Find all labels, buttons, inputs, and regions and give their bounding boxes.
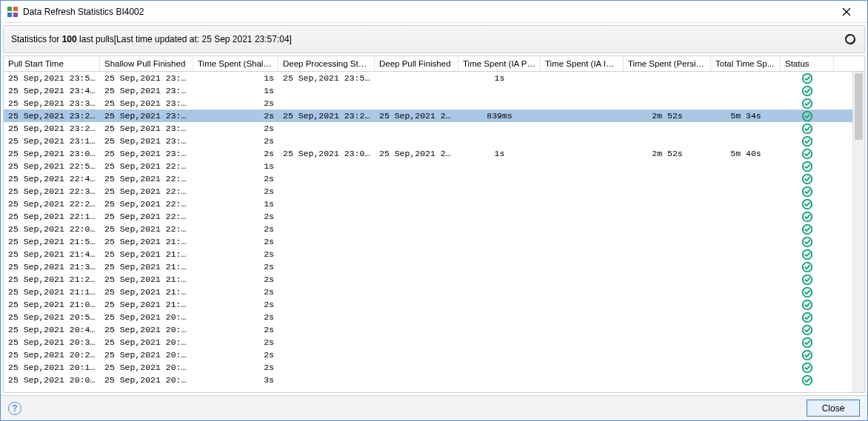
app-icon (7, 6, 19, 18)
cell (458, 198, 541, 210)
cell: 25 Sep,2021 21:22:19 (100, 273, 193, 286)
table-row[interactable]: 25 Sep,2021 23:23:0225 Sep,2021 23:23:04… (4, 122, 852, 135)
table-row[interactable]: 25 Sep,2021 23:02:5425 Sep,2021 23:02:56… (4, 147, 852, 160)
header-deep-pull-finished[interactable]: Deep Pull Finished (375, 56, 458, 71)
header-time-spent-shallow[interactable]: Time Spent (Shallo... (193, 56, 278, 71)
cell: 1s (458, 147, 541, 160)
cell (711, 311, 781, 323)
cell: 25 Sep,2021 21:42:27 (100, 248, 193, 260)
status-ok-icon (802, 149, 812, 158)
table-row[interactable]: 25 Sep,2021 21:42:2525 Sep,2021 21:42:27… (4, 248, 852, 260)
cell: 2s (193, 298, 278, 311)
cell (624, 223, 711, 235)
status-ok-icon (802, 350, 812, 360)
cell (624, 84, 711, 97)
header-pull-start-time[interactable]: Pull Start Time (4, 56, 100, 71)
cell (781, 135, 834, 147)
table-row[interactable]: 25 Sep,2021 22:32:4325 Sep,2021 22:32:46… (4, 185, 852, 198)
cell (541, 198, 624, 210)
table-row[interactable]: 25 Sep,2021 20:21:5625 Sep,2021 20:21:58… (4, 348, 852, 361)
table-row[interactable]: 25 Sep,2021 23:26:0325 Sep,2021 23:26:05… (4, 110, 852, 122)
table-row[interactable]: 25 Sep,2021 21:52:2825 Sep,2021 21:52:30… (4, 235, 852, 248)
cell: 25 Sep,2021 20:31:59 (4, 336, 100, 348)
cell (781, 311, 834, 323)
cell (458, 122, 541, 135)
vertical-scrollbar[interactable] (852, 72, 864, 392)
dialog-footer: ? Close (1, 395, 867, 420)
cell (781, 323, 834, 336)
cell (624, 160, 711, 172)
cell: 2s (193, 172, 278, 185)
cell (711, 273, 781, 286)
cell: 25 Sep,2021 23:26:05 (100, 110, 193, 122)
cell (375, 298, 458, 311)
table-row[interactable]: 25 Sep,2021 21:12:1425 Sep,2021 21:12:16… (4, 286, 852, 298)
header-status[interactable]: Status (781, 56, 834, 71)
cell (278, 260, 375, 273)
cell (278, 185, 375, 198)
close-button[interactable]: Close (807, 400, 860, 417)
table-row[interactable]: 25 Sep,2021 22:52:5025 Sep,2021 22:52:52… (4, 160, 852, 172)
cell (624, 260, 711, 273)
cell (624, 97, 711, 110)
cell (711, 348, 781, 361)
summary-text: Statistics for 100 last pulls[Last time … (11, 34, 844, 44)
table-row[interactable]: 25 Sep,2021 22:12:3625 Sep,2021 22:12:38… (4, 210, 852, 223)
header-shallow-pull-finished[interactable]: Shallow Pull Finished (100, 56, 193, 71)
table-row[interactable]: 25 Sep,2021 23:56:1425 Sep,2021 23:56:16… (4, 72, 852, 84)
cell: 25 Sep,2021 23:02:54 (4, 147, 100, 160)
cell (624, 311, 711, 323)
status-ok-icon (802, 73, 812, 83)
help-button[interactable]: ? (8, 402, 21, 415)
status-ok-icon (802, 224, 812, 234)
cell (278, 172, 375, 185)
header-time-spent-ia-pull[interactable]: Time Spent (IA Pull) (458, 56, 541, 71)
cell (375, 348, 458, 361)
cell (781, 223, 834, 235)
cell (541, 72, 624, 84)
header-deep-processing-started[interactable]: Deep Processing Started (278, 56, 375, 71)
scrollbar-thumb[interactable] (855, 73, 863, 140)
table-row[interactable]: 25 Sep,2021 20:52:0625 Sep,2021 20:52:09… (4, 311, 852, 323)
header-total-time-spent[interactable]: Total Time Sp... (711, 56, 781, 71)
table-row[interactable]: 25 Sep,2021 23:46:1025 Sep,2021 23:46:12… (4, 84, 852, 97)
table-row[interactable]: 25 Sep,2021 21:22:1725 Sep,2021 21:22:19… (4, 273, 852, 286)
header-time-spent-persist[interactable]: Time Spent (Persiste... (624, 56, 711, 71)
table-row[interactable]: 25 Sep,2021 23:36:0725 Sep,2021 23:36:09… (4, 97, 852, 110)
cell: 2s (193, 260, 278, 273)
table-row[interactable]: 25 Sep,2021 20:01:4725 Sep,2021 20:01:51… (4, 374, 852, 386)
close-icon[interactable] (832, 1, 861, 22)
cell (375, 210, 458, 223)
table-row[interactable]: 25 Sep,2021 23:12:5825 Sep,2021 23:13:00… (4, 135, 852, 147)
cell: 25 Sep,2021 21:02:10 (4, 298, 100, 311)
table-row[interactable]: 25 Sep,2021 20:31:5925 Sep,2021 20:32:01… (4, 336, 852, 348)
cell: 1s (458, 72, 541, 84)
cell (458, 260, 541, 273)
table-row[interactable]: 25 Sep,2021 22:42:4725 Sep,2021 22:42:49… (4, 172, 852, 185)
cell (541, 286, 624, 298)
cell (458, 97, 541, 110)
stats-table: Pull Start Time Shallow Pull Finished Ti… (3, 55, 865, 393)
header-time-spent-ia-index[interactable]: Time Spent (IA Ind... (541, 56, 624, 71)
cell (458, 185, 541, 198)
cell (541, 235, 624, 248)
cell (278, 122, 375, 135)
cell: 25 Sep,2021 22:42:49 (100, 172, 193, 185)
cell (624, 323, 711, 336)
cell: 25 Sep,2021 23:56:16 (278, 72, 375, 84)
table-row[interactable]: 25 Sep,2021 20:11:5225 Sep,2021 20:11:54… (4, 361, 852, 374)
status-ok-icon (802, 375, 812, 385)
cell: 25 Sep,2021 22:32:46 (100, 185, 193, 198)
cell (711, 260, 781, 273)
table-row[interactable]: 25 Sep,2021 21:02:1025 Sep,2021 21:02:12… (4, 298, 852, 311)
table-row[interactable]: 25 Sep,2021 20:42:0325 Sep,2021 20:42:05… (4, 323, 852, 336)
cell: 25 Sep,2021 22:12:38 (100, 210, 193, 223)
table-row[interactable]: 25 Sep,2021 22:22:4025 Sep,2021 22:22:42… (4, 198, 852, 210)
refresh-icon[interactable] (844, 33, 857, 46)
table-row[interactable]: 25 Sep,2021 21:32:2125 Sep,2021 21:32:23… (4, 260, 852, 273)
cell (278, 298, 375, 311)
cell (375, 323, 458, 336)
cell: 1s (193, 84, 278, 97)
cell (711, 172, 781, 185)
table-row[interactable]: 25 Sep,2021 22:02:3225 Sep,2021 22:02:35… (4, 223, 852, 235)
